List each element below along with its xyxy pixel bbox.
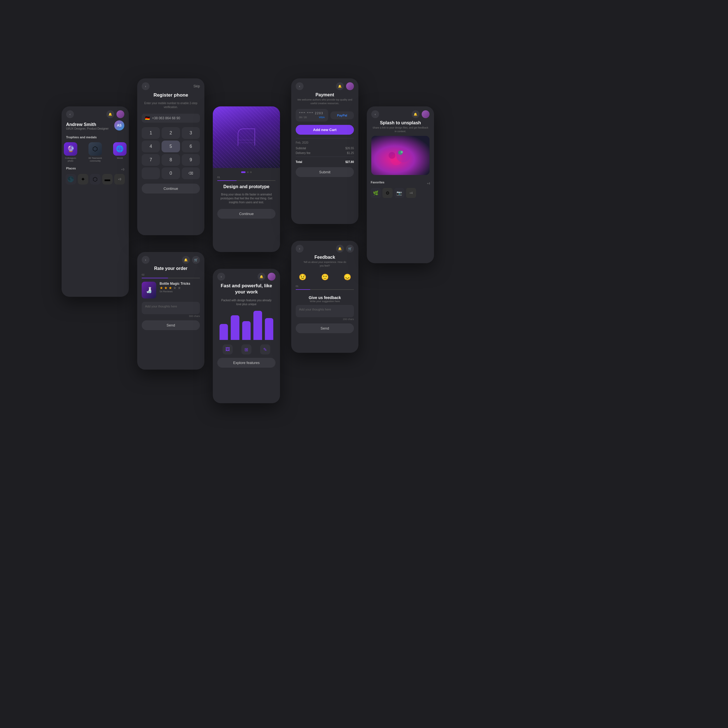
key-1[interactable]: 1 bbox=[142, 127, 160, 139]
key-4[interactable]: 4 bbox=[142, 141, 160, 152]
payment-top-nav: ‹ 🔔 bbox=[291, 78, 358, 92]
back-icon[interactable]: ‹ bbox=[142, 256, 150, 264]
dots-row bbox=[213, 171, 280, 173]
places-count-label: +9 bbox=[121, 168, 124, 171]
bar-chart bbox=[213, 311, 280, 344]
back-icon[interactable]: ‹ bbox=[66, 110, 74, 118]
give-feedback-sub: Write your suggestion here bbox=[296, 300, 354, 303]
star-5[interactable]: ★ bbox=[177, 286, 181, 290]
onboarding-card: 01 Design and prototype Bring your ideas… bbox=[213, 106, 280, 252]
svg-point-6 bbox=[401, 151, 403, 153]
splash-title: Splash to unsplash bbox=[367, 121, 434, 125]
place-thumb-3[interactable]: ⬡ bbox=[90, 174, 101, 185]
splash-card: ‹ 🔔 Splash to unsplash Share a link to y… bbox=[367, 106, 434, 263]
emoji-angry[interactable]: 😞 bbox=[344, 274, 351, 281]
places-more[interactable]: +9 bbox=[114, 174, 125, 185]
continue-button[interactable]: Continue bbox=[142, 184, 200, 193]
star-1[interactable]: ★ bbox=[160, 286, 163, 290]
trophy-box-2: ⬡ bbox=[89, 142, 102, 156]
key-7[interactable]: 7 bbox=[142, 154, 160, 166]
send-button[interactable]: Send bbox=[142, 320, 200, 330]
back-icon[interactable]: ‹ bbox=[296, 245, 303, 252]
star-4[interactable]: ★ bbox=[173, 286, 177, 290]
bell-icon[interactable]: 🔔 bbox=[182, 256, 190, 264]
bell-icon[interactable]: 🔔 bbox=[258, 273, 265, 281]
place-thumb-1[interactable]: 🌑 bbox=[66, 174, 76, 185]
payment-subtitle: We welcome authors who provide top quali… bbox=[291, 98, 358, 109]
key-del[interactable]: ⌫ bbox=[182, 167, 200, 179]
continue-button[interactable]: Continue bbox=[217, 209, 275, 219]
fav-1[interactable]: 🌿 bbox=[371, 188, 381, 198]
bar-1 bbox=[220, 324, 228, 340]
splash-top-nav: ‹ 🔔 bbox=[367, 106, 434, 121]
rate-title: Rate your order bbox=[142, 266, 200, 271]
total-label: Total bbox=[296, 161, 302, 164]
trophy-label-3: World bbox=[117, 157, 123, 160]
delivery-value: $1.25 bbox=[347, 151, 354, 154]
place-thumb-2[interactable]: ✦ bbox=[78, 174, 89, 185]
rate-top-nav: ‹ 🔔 🛒 bbox=[137, 252, 204, 266]
feedback-input[interactable]: Add your thoughts here bbox=[296, 305, 354, 317]
feature-icon-3: ✎ bbox=[260, 344, 270, 355]
fav-2[interactable]: ⚙ bbox=[382, 188, 393, 198]
explore-button[interactable]: Explore features bbox=[217, 358, 275, 368]
back-icon[interactable]: ‹ bbox=[142, 82, 150, 90]
key-2[interactable]: 2 bbox=[162, 127, 180, 139]
trophies-title: Trophies and medals bbox=[66, 136, 124, 139]
svg-point-3 bbox=[396, 148, 410, 162]
emoji-sad[interactable]: 😟 bbox=[299, 274, 306, 281]
emoji-happy[interactable]: 🙂 bbox=[321, 274, 329, 281]
cart-icon[interactable]: 🛒 bbox=[192, 256, 200, 264]
places-title: Places bbox=[66, 167, 76, 170]
char-count: 300 chars bbox=[142, 314, 200, 318]
credit-card[interactable]: **** **** 2203 09 / 20 VISA bbox=[296, 109, 328, 121]
fav-3[interactable]: 📷 bbox=[394, 188, 404, 198]
emoji-row: 😟 🙂 😞 bbox=[291, 271, 358, 283]
card-number: **** **** 2203 bbox=[299, 112, 325, 115]
bell-icon[interactable]: 🔔 bbox=[106, 110, 114, 118]
fav-more[interactable]: +4 bbox=[406, 188, 416, 198]
key-3[interactable]: 3 bbox=[182, 127, 200, 139]
subtotal-label: Subtotal bbox=[296, 147, 306, 150]
send-button[interactable]: Send bbox=[296, 323, 354, 333]
delivery-label: Delivery fee bbox=[296, 151, 310, 154]
splash-image bbox=[371, 136, 430, 175]
register-title: Register phone bbox=[137, 92, 204, 98]
product-name: Bottle Magic Tricks bbox=[160, 282, 190, 286]
splash-illustration bbox=[386, 144, 414, 167]
bell-icon[interactable]: 🔔 bbox=[336, 245, 344, 252]
skip-label[interactable]: Skip bbox=[193, 84, 200, 88]
bar-2 bbox=[231, 315, 239, 340]
submit-button[interactable]: Submit bbox=[296, 167, 354, 177]
char-count: 200 chars bbox=[296, 317, 354, 321]
paypal-option[interactable]: PayPal bbox=[330, 112, 354, 119]
key-8[interactable]: 8 bbox=[162, 154, 180, 166]
key-9[interactable]: 9 bbox=[182, 154, 200, 166]
key-6[interactable]: 6 bbox=[182, 141, 200, 152]
favorites-title: Favorites bbox=[371, 180, 384, 184]
payment-card: ‹ 🔔 Payment We welcome authors who provi… bbox=[291, 78, 358, 224]
add-cart-button[interactable]: Add new Cart bbox=[296, 125, 354, 135]
key-0[interactable]: 0 bbox=[162, 167, 180, 179]
delivery-row: Delivery fee $1.25 bbox=[291, 151, 358, 155]
place-thumb-4[interactable]: ▬ bbox=[102, 174, 113, 185]
bell-icon[interactable]: 🔔 bbox=[336, 82, 344, 90]
back-icon[interactable]: ‹ bbox=[296, 82, 303, 90]
star-3[interactable]: ★ bbox=[168, 286, 172, 290]
review-input[interactable]: Add your thoughts here bbox=[142, 302, 200, 314]
rate-order-card: ‹ 🔔 🛒 Rate your order 02 🍶 Bottle Magic … bbox=[137, 252, 204, 370]
key-5[interactable]: 5 bbox=[162, 141, 180, 152]
cart-icon[interactable]: 🛒 bbox=[346, 245, 354, 252]
phone-field[interactable]: 🇩🇪 +38 063 864 68 90 bbox=[142, 114, 200, 122]
profile-card: ‹ 🔔 Andrew Smith UI/UX Designer, Product… bbox=[61, 106, 129, 297]
bar-3 bbox=[242, 321, 251, 340]
card-row: **** **** 2203 09 / 20 VISA PayPal bbox=[291, 109, 358, 125]
star-2[interactable]: ★ bbox=[164, 286, 168, 290]
back-icon[interactable]: ‹ bbox=[217, 273, 225, 281]
features-subtitle: Packed with design features you already … bbox=[213, 297, 280, 311]
profile-header: Andrew Smith UI/UX Designer, Product Des… bbox=[61, 121, 129, 133]
bell-icon[interactable]: 🔔 bbox=[411, 110, 419, 118]
stars-row[interactable]: ★ ★ ★ ★ ★ bbox=[160, 286, 190, 290]
back-icon[interactable]: ‹ bbox=[371, 110, 379, 118]
profile-top-nav: ‹ 🔔 bbox=[61, 106, 129, 121]
